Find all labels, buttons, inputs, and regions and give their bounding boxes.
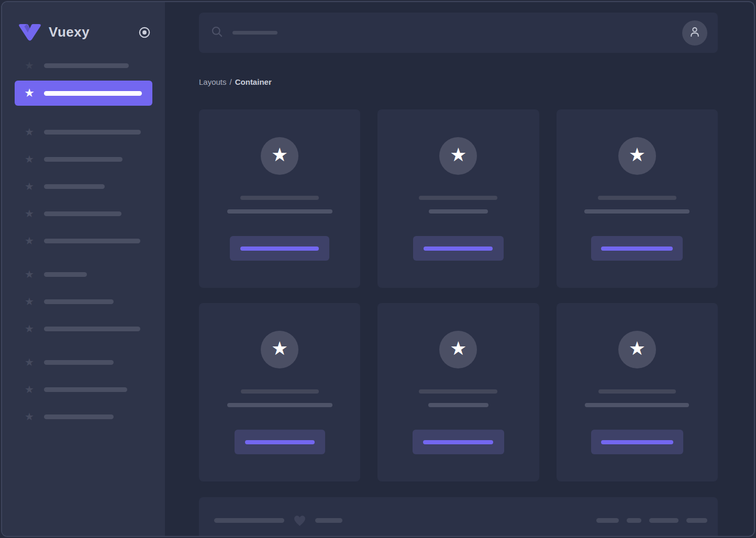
skeleton-bar [44, 327, 140, 331]
app-window: Vuexy ★★★★★★★★★★★★★ [1, 1, 755, 537]
star-icon: ★ [23, 236, 36, 246]
skeleton-bar [44, 239, 140, 243]
star-icon: ★ [23, 384, 36, 395]
search-input[interactable] [210, 25, 682, 41]
topbar [199, 13, 718, 53]
sidebar-item[interactable]: ★ [2, 382, 165, 397]
star-icon: ★ [23, 181, 36, 192]
button-label-skeleton [424, 246, 493, 251]
breadcrumb: Layouts/Container [199, 77, 718, 86]
star-icon: ★ [629, 145, 646, 164]
star-icon: ★ [23, 208, 36, 219]
card-title-skeleton [419, 389, 497, 394]
sidebar-item[interactable]: ★ [2, 206, 165, 221]
sidebar-item[interactable]: ★ [2, 355, 165, 369]
card-title-skeleton [419, 196, 497, 200]
sidebar-item[interactable]: ★ [2, 179, 165, 194]
record-circle-icon[interactable] [138, 26, 151, 39]
breadcrumb-current: Container [235, 77, 272, 86]
card-subtitle-skeleton [428, 403, 488, 407]
skeleton-bar [44, 387, 127, 392]
star-icon: ★ [23, 269, 36, 279]
card-avatar: ★ [439, 137, 477, 175]
card-title-skeleton [598, 196, 676, 200]
sidebar-item[interactable]: ★ [2, 125, 165, 139]
footer-link-skeleton [627, 518, 641, 523]
button-label-skeleton [240, 246, 319, 251]
card-button[interactable] [591, 430, 683, 454]
card-subtitle-skeleton [429, 209, 488, 214]
sidebar-item[interactable]: ★ [2, 321, 165, 336]
footer-link-skeleton [686, 518, 707, 523]
footer-link-skeleton [649, 518, 679, 523]
layout-card: ★ [377, 109, 539, 288]
card-avatar: ★ [261, 331, 298, 368]
footer-links [596, 518, 707, 523]
heart-icon [293, 514, 306, 526]
card-title-skeleton [598, 389, 676, 394]
sidebar-nav: ★★★★★★★★★★★★★ [2, 58, 165, 445]
main-content: Layouts/Container ★★★★★★ [165, 2, 754, 536]
card-button[interactable] [413, 236, 504, 261]
skeleton-bar [44, 211, 121, 216]
card-button[interactable] [230, 236, 329, 261]
sidebar: Vuexy ★★★★★★★★★★★★★ [2, 2, 165, 536]
skeleton-bar [44, 414, 114, 419]
footer-text-skeleton [214, 518, 284, 523]
star-icon: ★ [23, 357, 36, 367]
footer [199, 497, 718, 537]
card-subtitle-skeleton [585, 403, 689, 407]
skeleton-bar [44, 184, 105, 189]
skeleton-bar [44, 63, 129, 68]
card-button[interactable] [413, 430, 504, 454]
card-button[interactable] [235, 430, 325, 454]
skeleton-bar [44, 299, 114, 304]
layout-card: ★ [557, 303, 718, 481]
card-subtitle-skeleton [227, 209, 332, 214]
layout-card: ★ [377, 303, 539, 481]
star-icon: ★ [23, 87, 36, 99]
layout-card: ★ [557, 109, 718, 288]
card-avatar: ★ [261, 137, 298, 175]
skeleton-bar [44, 157, 123, 162]
cards-grid: ★★★★★★ [199, 109, 718, 481]
star-icon: ★ [23, 154, 36, 164]
footer-link-skeleton [596, 518, 619, 523]
button-label-skeleton [245, 440, 315, 444]
sidebar-item[interactable]: ★ [2, 152, 165, 166]
card-avatar: ★ [618, 137, 656, 175]
sidebar-item[interactable]: ★ [2, 233, 165, 248]
star-icon: ★ [271, 145, 288, 164]
button-label-skeleton [601, 440, 673, 444]
skeleton-bar [44, 130, 141, 134]
layout-card: ★ [199, 303, 360, 481]
sidebar-item[interactable]: ★ [2, 267, 165, 282]
button-label-skeleton [601, 246, 673, 251]
person-icon [688, 25, 702, 41]
layout-card: ★ [199, 109, 360, 288]
skeleton-bar [44, 272, 87, 277]
sidebar-item-active[interactable]: ★ [15, 81, 152, 106]
sidebar-item[interactable]: ★ [2, 294, 165, 309]
card-button[interactable] [591, 236, 683, 261]
breadcrumb-section[interactable]: Layouts [199, 77, 227, 86]
breadcrumb-separator: / [230, 77, 232, 86]
footer-left [214, 514, 342, 526]
star-icon: ★ [23, 60, 36, 71]
star-icon: ★ [23, 411, 36, 422]
magnifier-icon [210, 25, 224, 41]
sidebar-item[interactable]: ★ [2, 409, 165, 424]
user-avatar[interactable] [682, 20, 707, 46]
card-title-skeleton [240, 196, 319, 200]
card-avatar: ★ [618, 331, 656, 368]
search-placeholder-skeleton [232, 31, 277, 35]
card-title-skeleton [241, 389, 319, 394]
star-icon: ★ [23, 296, 36, 307]
vuexy-v-logo-icon [18, 24, 42, 41]
sidebar-item[interactable]: ★ [2, 58, 165, 73]
card-avatar: ★ [439, 331, 477, 368]
star-icon: ★ [23, 127, 36, 137]
footer-text-skeleton [315, 518, 342, 523]
skeleton-bar [44, 360, 114, 365]
star-icon: ★ [450, 339, 466, 358]
